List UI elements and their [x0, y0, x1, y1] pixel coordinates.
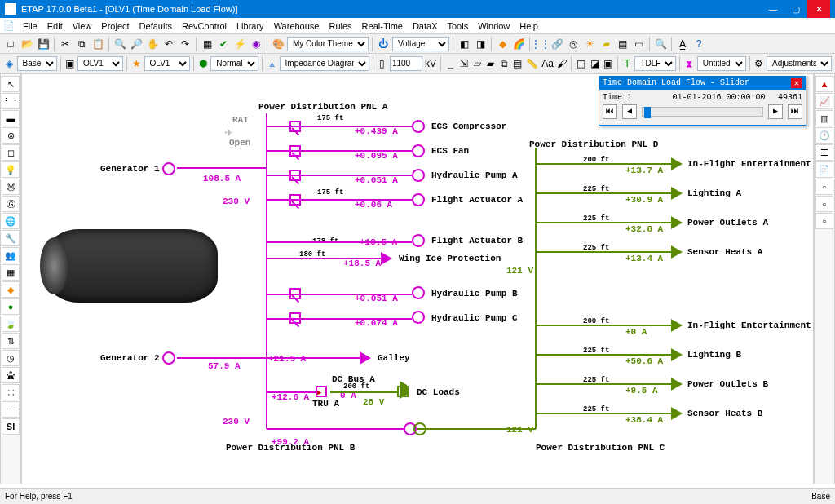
menu-file[interactable]: File — [18, 21, 42, 31]
pal-xmr[interactable]: ⊗ — [2, 127, 20, 144]
open-icon[interactable]: 📂 — [20, 37, 34, 51]
rpal-list[interactable]: ☰ — [815, 144, 833, 161]
sw-hyd-b[interactable] — [289, 288, 301, 299]
pal-si[interactable]: SI — [2, 418, 20, 435]
pal-gen[interactable]: Ⓖ — [2, 196, 20, 212]
slider-thumb[interactable] — [644, 107, 651, 118]
dc-load-sym[interactable] — [397, 386, 409, 397]
slider-track[interactable] — [642, 107, 763, 117]
menu-edit[interactable]: Edit — [42, 21, 68, 31]
sym-lgt-a[interactable] — [671, 187, 683, 200]
study-icon[interactable]: T — [621, 56, 634, 71]
pal-orange[interactable]: ◆ — [2, 281, 20, 298]
sym-pow-b[interactable] — [671, 378, 683, 391]
misc1-icon[interactable]: ◧ — [457, 37, 471, 51]
minimize-button[interactable]: — — [762, 0, 784, 18]
pal-breaker[interactable]: ◻ — [2, 144, 20, 161]
rpal-x2[interactable]: ▫ — [815, 196, 833, 212]
cut-icon[interactable]: ✂ — [58, 37, 73, 51]
sw-ecs-fan[interactable] — [289, 145, 301, 157]
gen1-symbol[interactable] — [162, 162, 175, 175]
rpal-plot[interactable]: 📈 — [815, 93, 833, 109]
x2-icon[interactable]: ◪ — [589, 56, 601, 71]
pal-wrench[interactable]: 🔧 — [2, 230, 20, 246]
view-combo[interactable]: Impedance Diagram — [280, 56, 369, 71]
sym-lgt-b[interactable] — [671, 348, 683, 361]
diagram-canvas[interactable]: Power Distribution PNL A Power Distribut… — [21, 73, 814, 484]
pal-grid[interactable]: ▦ — [2, 264, 20, 281]
xmr-sec[interactable] — [413, 422, 426, 435]
zoomout-icon[interactable]: 🔎 — [129, 37, 144, 51]
theme-dot-icon[interactable]: ◉ — [249, 37, 263, 51]
olv-combo[interactable]: OLV1 — [144, 56, 190, 71]
pres-icon[interactable]: ▣ — [64, 56, 76, 71]
sw-hyd-a[interactable] — [289, 170, 301, 181]
palette-icon[interactable]: 🎨 — [271, 37, 285, 51]
zoomin-icon[interactable]: 🔍 — [113, 37, 127, 51]
menu-datax[interactable]: DataX — [408, 21, 443, 31]
new-icon[interactable]: □ — [3, 37, 18, 51]
menu-view[interactable]: View — [68, 21, 97, 31]
pan-icon[interactable]: ✋ — [145, 37, 160, 51]
base-icon[interactable]: ◈ — [3, 56, 15, 71]
font-icon[interactable]: Aa — [541, 56, 554, 71]
gear-icon[interactable]: ⚙ — [753, 56, 765, 71]
pal-dots[interactable]: ⋮⋮ — [2, 93, 20, 109]
link-icon[interactable]: 🔗 — [550, 37, 564, 51]
check-icon[interactable]: ✔ — [216, 37, 231, 51]
menu-defaults[interactable]: Defaults — [135, 21, 177, 31]
pal-sort[interactable]: ⇅ — [2, 333, 20, 349]
tru-symbol[interactable]: ▶ — [316, 386, 327, 397]
menu-window[interactable]: Window — [473, 21, 515, 31]
layer-icon[interactable]: ▤ — [512, 56, 524, 71]
menu-tools[interactable]: Tools — [443, 21, 474, 31]
x3-icon[interactable]: ▣ — [602, 56, 614, 71]
sym-ecs-comp[interactable] — [412, 120, 425, 133]
undo-icon[interactable]: ↶ — [161, 37, 176, 51]
sym-ife-a[interactable] — [671, 157, 683, 170]
sym-sen-a[interactable] — [671, 245, 683, 259]
help-icon[interactable]: ? — [691, 37, 706, 51]
sym-wing[interactable] — [381, 252, 392, 265]
slider-last-button[interactable]: ⏭ — [788, 104, 802, 119]
line-icon[interactable]: ⎯ — [444, 56, 457, 71]
pal-pointer[interactable]: ↖ — [2, 76, 20, 92]
sym-flt-a[interactable] — [412, 193, 425, 206]
rpal-bars[interactable]: ▥ — [815, 110, 833, 126]
align-icon[interactable]: ▭ — [631, 37, 646, 51]
pal-dots2[interactable]: ⸬ — [2, 384, 20, 400]
pal-meter[interactable]: ◷ — [2, 350, 20, 366]
config-combo[interactable]: Normal — [210, 56, 258, 71]
sym-pow-a[interactable] — [671, 216, 683, 229]
continuity-icon[interactable]: ⚡ — [232, 37, 247, 51]
redo-icon[interactable]: ↷ — [178, 37, 192, 51]
rpal-run[interactable]: ▲ — [815, 76, 833, 92]
sun-icon[interactable]: ☀ — [582, 37, 597, 51]
tiles-icon[interactable]: ▤ — [615, 37, 630, 51]
sym-hyd-a[interactable] — [412, 169, 425, 182]
save-icon[interactable]: 💾 — [36, 37, 51, 51]
menu-revcontrol[interactable]: RevControl — [177, 21, 232, 31]
menu-project[interactable]: Project — [96, 21, 134, 31]
imp-icon[interactable]: ⟁ — [266, 56, 278, 71]
menu-library[interactable]: Library — [232, 21, 269, 31]
snap2-icon[interactable]: ▰ — [484, 56, 497, 71]
sym-flt-b[interactable] — [412, 234, 425, 247]
pal-globe[interactable]: 🌐 — [2, 213, 20, 229]
sym-hyd-c[interactable] — [412, 311, 425, 324]
misc3-icon[interactable]: ◆ — [495, 37, 510, 51]
rpal-doc[interactable]: 📄 — [815, 161, 833, 178]
config-icon[interactable]: ⬢ — [197, 56, 210, 71]
case-icon[interactable]: ⧗ — [683, 56, 696, 71]
slider-prev-button[interactable]: ◀ — [622, 104, 637, 119]
menu-rules[interactable]: Rules — [324, 21, 356, 31]
search-icon[interactable]: 🔍 — [653, 37, 668, 51]
menu-realtime[interactable]: Real-Time — [357, 21, 408, 31]
target-icon[interactable]: ◎ — [566, 37, 581, 51]
base-combo[interactable]: Base — [17, 56, 57, 71]
pal-more[interactable]: ⋯ — [2, 401, 20, 418]
scatter-icon[interactable]: ⋮⋮ — [533, 37, 548, 51]
pal-people[interactable]: 👥 — [2, 247, 20, 263]
pres-combo[interactable]: OLV1 — [77, 56, 123, 71]
sym-ife-b[interactable] — [671, 319, 683, 332]
